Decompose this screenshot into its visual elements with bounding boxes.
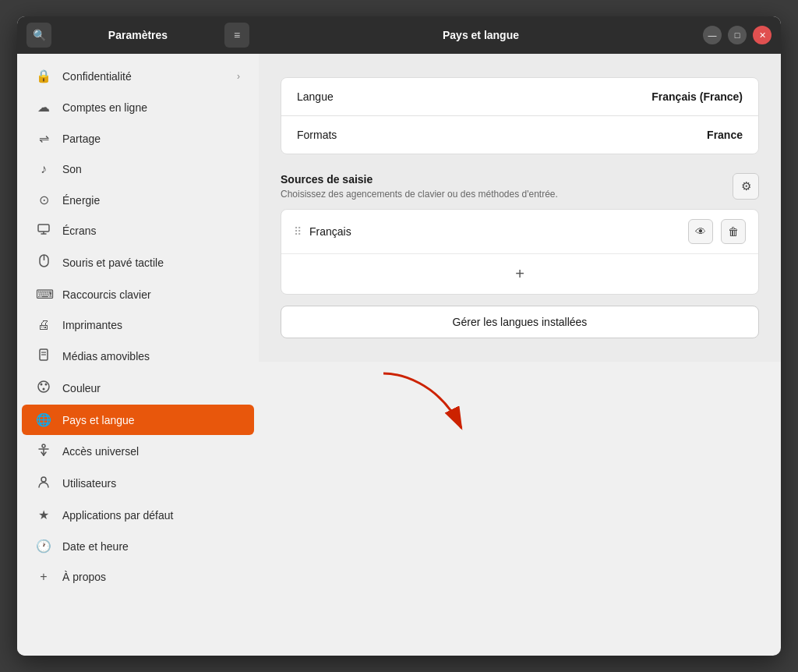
sidebar-item-raccourcis[interactable]: ⌨ Raccourcis clavier (22, 279, 254, 309)
globe-icon: 🌐 (36, 412, 51, 427)
accessibility-icon (36, 444, 51, 459)
source-name: Français (309, 225, 680, 238)
sidebar-item-medias[interactable]: Médias amovibles (22, 341, 254, 372)
delete-source-button[interactable]: 🗑 (721, 219, 746, 244)
menu-icon: ≡ (234, 29, 240, 41)
close-button[interactable]: ✕ (753, 26, 772, 44)
langue-row[interactable]: Langue Français (France) (281, 78, 758, 116)
sidebar-item-energie[interactable]: ⊙ Énergie (22, 185, 254, 215)
search-button[interactable]: 🔍 (26, 23, 51, 48)
sidebar-item-label: Couleur (62, 382, 240, 394)
langue-value: Français (France) (651, 90, 743, 103)
sources-subtitle: Choisissez des agencements de clavier ou… (281, 189, 725, 200)
sidebar-item-label: Accès universel (62, 445, 240, 458)
color-icon (36, 380, 51, 396)
media-icon (36, 348, 51, 364)
menu-button[interactable]: ≡ (224, 23, 249, 48)
sidebar-item-souris[interactable]: Souris et pavé tactile (22, 246, 254, 278)
gear-button[interactable]: ⚙ (733, 173, 759, 200)
mouse-icon (36, 254, 51, 271)
formats-row[interactable]: Formats France (281, 116, 758, 154)
minimize-icon: — (708, 30, 717, 40)
sidebar-item-label: Imprimantes (62, 319, 240, 331)
formats-label: Formats (297, 129, 337, 141)
sidebar-item-utilisateurs[interactable]: Utilisateurs (22, 468, 254, 499)
user-icon (36, 476, 51, 491)
sidebar-item-applications[interactable]: ★ Applications par défaut (22, 500, 254, 530)
app-title: Paramètres (59, 29, 217, 41)
preview-button[interactable]: 👁 (688, 219, 713, 244)
close-icon: ✕ (759, 30, 766, 41)
sidebar-item-label: Comptes en ligne (62, 101, 240, 114)
trash-icon: 🗑 (728, 225, 739, 238)
clock-icon: 🕐 (36, 539, 51, 554)
sidebar-item-label: Médias amovibles (62, 350, 240, 363)
cloud-icon: ☁ (36, 100, 51, 115)
manage-languages-button[interactable]: Gérer les langues installées (281, 306, 759, 338)
sidebar-item-imprimantes[interactable]: 🖨 Imprimantes (22, 310, 254, 340)
page-title: Pays et langue (443, 29, 519, 41)
sidebar-item-apropos[interactable]: + À propos (22, 562, 254, 592)
screen-icon (36, 224, 51, 238)
svg-point-11 (43, 388, 45, 391)
svg-point-8 (38, 381, 49, 392)
add-source-row[interactable]: + (281, 254, 758, 294)
sidebar-item-label: Applications par défaut (62, 509, 240, 522)
language-format-card: Langue Français (France) Formats France (281, 77, 759, 154)
maximize-icon: □ (735, 30, 740, 40)
add-icon: + (515, 265, 524, 283)
content-area: 🔒 Confidentialité › ☁ Comptes en ligne ⇌… (17, 54, 781, 656)
sidebar-item-label: Utilisateurs (62, 477, 240, 490)
svg-point-17 (41, 477, 46, 482)
svg-point-12 (42, 444, 45, 447)
main-content: Langue Français (France) Formats France … (259, 54, 781, 362)
sidebar-item-son[interactable]: ♪ Son (22, 154, 254, 184)
formats-value: France (707, 129, 743, 141)
sources-title: Sources de saisie (281, 173, 725, 186)
sidebar-item-confidentialite[interactable]: 🔒 Confidentialité › (22, 61, 254, 91)
sidebar-item-label: Raccourcis clavier (62, 288, 240, 301)
sidebar-item-label: Confidentialité (62, 70, 226, 83)
sidebar-item-pays-langue[interactable]: 🌐 Pays et langue (22, 405, 254, 435)
titlebar-right: — □ ✕ (703, 26, 781, 44)
star-icon: ★ (36, 508, 51, 522)
svg-point-9 (41, 384, 43, 386)
sidebar-item-ecrans[interactable]: Écrans (22, 216, 254, 246)
sidebar-item-label: Partage (62, 133, 240, 145)
titlebar-left: 🔍 Paramètres ≡ (17, 23, 259, 48)
drag-handle-icon[interactable]: ⠿ (294, 225, 302, 238)
langue-label: Langue (297, 90, 334, 103)
music-icon: ♪ (36, 162, 51, 176)
sources-section-header: Sources de saisie Choisissez des agencem… (281, 173, 759, 200)
settings-window: 🔍 Paramètres ≡ Pays et langue — □ ✕ (17, 16, 781, 656)
sidebar-item-acces[interactable]: Accès universel (22, 436, 254, 467)
lock-icon: 🔒 (36, 69, 51, 83)
sidebar: 🔒 Confidentialité › ☁ Comptes en ligne ⇌… (17, 54, 259, 656)
info-icon: + (36, 570, 51, 584)
printer-icon: 🖨 (36, 318, 51, 332)
chevron-right-icon: › (237, 71, 240, 82)
sidebar-item-couleur[interactable]: Couleur (22, 373, 254, 404)
maximize-button[interactable]: □ (728, 26, 747, 44)
titlebar: 🔍 Paramètres ≡ Pays et langue — □ ✕ (17, 16, 781, 54)
source-row-francais: ⠿ Français 👁 🗑 (281, 210, 758, 254)
sidebar-item-partage[interactable]: ⇌ Partage (22, 123, 254, 154)
sidebar-item-comptes-en-ligne[interactable]: ☁ Comptes en ligne (22, 92, 254, 122)
minimize-button[interactable]: — (703, 26, 722, 44)
sources-card: ⠿ Français 👁 🗑 + (281, 209, 759, 295)
search-icon: 🔍 (33, 29, 46, 41)
eye-icon: 👁 (695, 225, 706, 238)
keyboard-icon: ⌨ (36, 287, 51, 302)
sources-title-block: Sources de saisie Choisissez des agencem… (281, 173, 725, 200)
sidebar-item-label: Énergie (62, 194, 240, 207)
share-icon: ⇌ (36, 131, 51, 146)
sidebar-item-label: Pays et langue (62, 414, 240, 426)
sidebar-item-date[interactable]: 🕐 Date et heure (22, 531, 254, 561)
gear-icon: ⚙ (741, 179, 751, 193)
arrow-annotation (376, 366, 500, 459)
main-wrapper: Langue Français (France) Formats France … (259, 54, 781, 656)
sidebar-item-label: Écrans (62, 225, 240, 237)
titlebar-center: Pays et langue (259, 29, 703, 41)
sidebar-item-label: Son (62, 163, 240, 175)
svg-point-10 (45, 384, 48, 386)
